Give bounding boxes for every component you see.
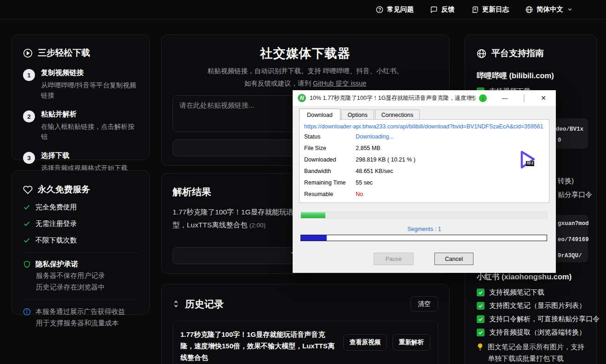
info-row: Remaining Time 55 sec	[300, 177, 549, 188]
free-feature: 完全免费使用	[23, 202, 138, 212]
step-number: 2	[23, 110, 35, 122]
xhs-tip: 图文笔记会显示所有图片，支持单独下载或批量打包下载	[477, 341, 588, 364]
close-button[interactable]: ✕	[536, 94, 551, 102]
checkbox-checked-icon	[477, 329, 485, 336]
privacy-title: 隐私保护承诺	[35, 260, 78, 269]
steps-card-title: 三步轻松下载	[38, 47, 90, 59]
github-issue-link[interactable]: GitHub 提交 issue	[313, 80, 366, 87]
dialog-title: 10% 1.77秒克隆了100字！1G显存就能玩语音声音克隆，速度增快1...	[310, 94, 475, 102]
ad-note-line: 用于支撑服务器和流量成本	[36, 318, 138, 328]
tab-options[interactable]: Options	[341, 110, 374, 120]
xiaohongshu-section-title: 小红书 (xiaohongshu.com)	[477, 272, 588, 282]
segments-label: Segments : 1	[293, 226, 556, 232]
dialog-tabs: Download Options Connections	[299, 109, 421, 120]
field-label: Resumable	[304, 191, 356, 197]
feedback-prefix: 如有反馈或建议，请到	[244, 80, 313, 87]
check-icon	[23, 220, 30, 227]
page-subtitle: 粘贴视频链接，自动识别并下载。支持 哔哩哔哩、抖音、小红书。	[173, 67, 438, 75]
free-feature-label: 不限下载次数	[35, 235, 77, 245]
clear-history-button[interactable]: 清空	[410, 296, 438, 312]
mp4-badge-label: MP4	[526, 161, 534, 166]
checkbox-checked-icon	[477, 289, 485, 296]
download-progress-bar	[300, 212, 547, 219]
reparse-button[interactable]: 重新解析	[392, 334, 430, 351]
video-duration: (2:00)	[249, 222, 265, 229]
history-title: 历史记录	[185, 298, 405, 311]
privacy-line: 服务器不保存用户记录	[36, 271, 138, 281]
resumable-value: No	[356, 191, 363, 197]
info-row: Downloaded 298.819 KB ( 10.21 % )	[300, 154, 549, 165]
info-row: Bandwidth 48.651 KB/sec	[300, 165, 549, 177]
download-status-icon: ↓	[479, 94, 487, 102]
covered-code-fragment: ideo/BV1x	[552, 126, 583, 133]
check-icon	[23, 203, 30, 211]
download-progress-fill	[301, 212, 325, 218]
tab-download[interactable]: Download	[299, 109, 341, 121]
step-item: 1 复制视频链接 从哔哩哔哩/抖音等平台复制视频链接	[23, 68, 138, 100]
nav-faq-label: 常见问题	[387, 5, 414, 14]
info-row: File Size 2.855 MB	[300, 142, 549, 154]
tab-connections[interactable]: Connections	[375, 110, 420, 120]
maximize-button[interactable]	[516, 95, 532, 102]
chat-bubble-icon	[430, 6, 438, 13]
maximize-icon	[524, 94, 525, 102]
globe-icon	[525, 6, 533, 13]
remaining-time-value: 55 sec	[356, 179, 373, 186]
pause-button[interactable]: Pause	[374, 253, 414, 265]
step-title: 选择下载	[41, 151, 128, 161]
chevron-down-icon	[567, 6, 573, 12]
step-number: 1	[23, 69, 35, 81]
covered-code-fragment: gxuan?mod	[558, 220, 589, 227]
field-label: File Size	[304, 145, 356, 151]
nav-faq[interactable]: 常见问题	[376, 5, 414, 14]
download-info-panel: https://downloader-api.bhwa233.com/api/b…	[299, 119, 549, 203]
globe-icon	[477, 49, 486, 58]
segment-progress-fill	[301, 235, 327, 241]
heart-icon	[23, 185, 33, 195]
step-title: 复制视频链接	[41, 68, 138, 78]
covered-feature-fragment: 贴分享口令	[558, 191, 592, 199]
divider	[23, 253, 138, 253]
history-card: 历史记录 清空 1.77秒克隆了100字！1G显存就能玩语音声音克隆，速度增快1…	[161, 284, 450, 364]
dialog-titlebar[interactable]: N 10% 1.77秒克隆了100字！1G显存就能玩语音声音克隆，速度增快1..…	[293, 90, 556, 106]
bandwidth-value: 48.651 KB/sec	[356, 168, 393, 174]
nav-changelog-label: 更新日志	[482, 5, 509, 14]
collapse-updown-icon[interactable]	[173, 300, 179, 308]
shield-icon	[23, 260, 31, 268]
step-item: 2 粘贴并解析 在输入框粘贴链接，点击解析按钮	[23, 110, 138, 142]
step-number: 3	[23, 152, 35, 164]
divider	[23, 300, 138, 300]
history-item: 1.77秒克隆了100字！1G显存就能玩语音声音克隆，速度增快150倍，效果不输…	[173, 321, 438, 364]
downloaded-value: 298.819 KB ( 10.21 % )	[356, 156, 416, 163]
nav-changelog[interactable]: 更新日志	[471, 5, 509, 14]
xiaohongshu-section: 小红书 (xiaohongshu.com) 支持视频笔记下载 支持图文笔记（显示…	[477, 272, 588, 364]
minimize-button[interactable]: —	[497, 95, 513, 102]
ndm-logo-icon: N	[298, 94, 306, 102]
status-value: Downloading...	[356, 133, 394, 140]
xhs-feature-label: 支持图文笔记（显示图片列表）	[489, 301, 586, 310]
view-original-button[interactable]: 查看原视频	[343, 334, 387, 351]
bilibili-section-title: 哔哩哔哩 (bilibili.com)	[477, 71, 588, 81]
free-feature-label: 无需注册登录	[35, 219, 77, 229]
info-row: Status Downloading...	[300, 131, 549, 142]
download-url: https://downloader-api.bhwa233.com/api/b…	[300, 120, 549, 131]
field-label: Status	[304, 133, 356, 140]
language-label: 简体中文	[537, 5, 563, 14]
free-card-title: 永久免费服务	[38, 184, 90, 196]
xhs-feature: 支持图文笔记（显示图片列表）	[477, 301, 588, 310]
step-item: 3 选择下载 选择音频或视频格式开始下载	[23, 151, 138, 173]
cancel-button[interactable]: Cancel	[434, 253, 473, 265]
xhs-feature-label: 支持口令解析，可直接粘贴分享口令	[489, 314, 600, 324]
nav-feedback[interactable]: 反馈	[430, 5, 455, 14]
segment-progress-bar	[300, 235, 547, 241]
covered-code-fragment: 9rA3QU/	[558, 253, 582, 259]
page-title: 社交媒体下载器	[173, 45, 438, 62]
covered-code-fragment: 0	[558, 137, 561, 144]
checkbox-checked-icon	[477, 302, 485, 310]
covered-code-fragment: eo/749169	[558, 237, 589, 243]
step-title: 粘贴并解析	[41, 110, 138, 119]
changelog-icon	[471, 6, 479, 13]
feedback-line: 如有反馈或建议，请到 GitHub 提交 issue	[173, 79, 438, 88]
language-switcher[interactable]: 简体中文	[525, 5, 573, 14]
privacy-line: 历史记录存在浏览器中	[36, 282, 138, 292]
